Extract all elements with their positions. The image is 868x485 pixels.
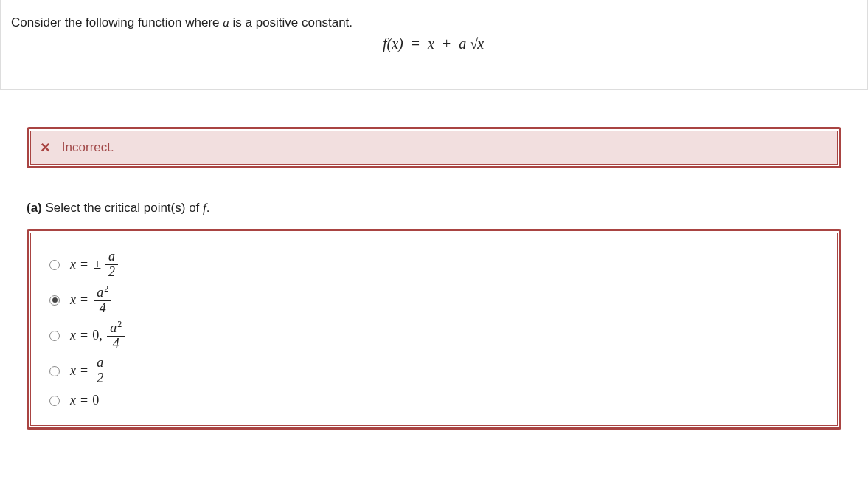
opt3-num: a: [110, 320, 117, 335]
radio-5[interactable]: [49, 396, 60, 406]
opt2-den: 4: [97, 301, 109, 316]
option-1[interactable]: x=± a2: [49, 249, 819, 281]
option-4[interactable]: x= a2: [49, 355, 819, 388]
sqrt-radicand: x: [477, 35, 485, 52]
opt2-sup: 2: [104, 283, 108, 294]
opt1-den: 2: [105, 265, 118, 280]
radio-3[interactable]: [49, 331, 60, 341]
option-2-math: x= a24: [70, 284, 113, 316]
plus-sign: +: [442, 35, 451, 52]
formula-coef: a: [459, 35, 466, 52]
x-icon: ×: [41, 140, 50, 156]
option-1-math: x=± a2: [70, 250, 119, 280]
opt1-num: a: [105, 250, 118, 265]
part-a-label: (a) Select the critical point(s) of f.: [27, 201, 841, 216]
option-2[interactable]: x= a24: [49, 284, 819, 317]
feedback-incorrect: × Incorrect.: [27, 127, 841, 168]
question-header: Consider the following function where a …: [0, 0, 868, 90]
radio-1[interactable]: [49, 260, 60, 270]
option-4-math: x= a2: [70, 356, 108, 386]
opt3-sup: 2: [117, 319, 122, 329]
part-text-suffix: .: [206, 201, 210, 215]
sqrt-icon: x: [470, 35, 485, 52]
opt4-den: 2: [94, 371, 106, 386]
formula-lhs: f(x): [383, 35, 403, 52]
opt2-num: a: [97, 285, 103, 300]
equals-sign: =: [412, 35, 420, 52]
feedback-text: Incorrect.: [62, 140, 114, 155]
radio-4[interactable]: [49, 366, 60, 376]
opt3-den: 4: [110, 337, 122, 351]
formula-x: x: [428, 35, 434, 52]
option-5-math: x=0: [70, 393, 99, 408]
options-container: x=± a2 x= a24 x=0, a24 x= a2 x=0: [27, 229, 841, 430]
question-formula: f(x) = x + a x: [11, 35, 857, 52]
prompt-suffix: is a positive constant.: [229, 16, 353, 30]
radio-2[interactable]: [49, 295, 60, 306]
option-5[interactable]: x=0: [49, 391, 819, 411]
option-3[interactable]: x=0, a24: [49, 320, 819, 352]
prompt-prefix: Consider the following function where: [11, 16, 223, 30]
prompt-var: a: [223, 16, 229, 30]
part-text-prefix: Select the critical point(s) of: [42, 201, 203, 215]
opt4-num: a: [94, 356, 106, 371]
part-letter: (a): [27, 201, 42, 215]
option-3-math: x=0, a24: [70, 320, 126, 351]
question-prompt: Consider the following function where a …: [11, 13, 857, 32]
